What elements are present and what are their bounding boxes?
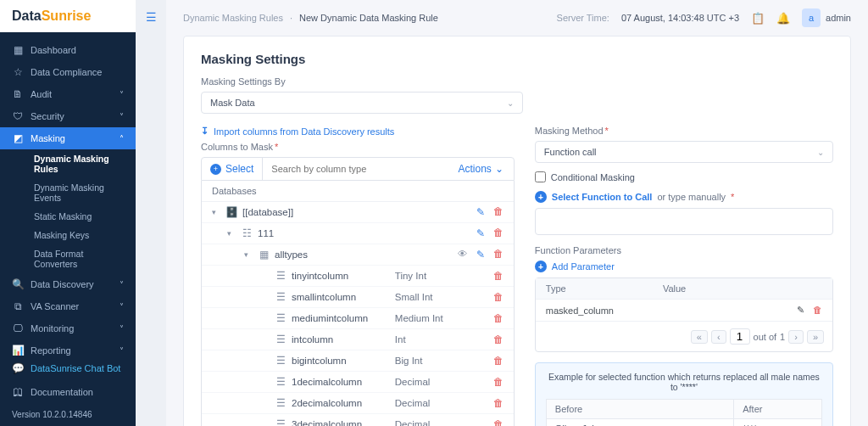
doc-icon: 🕮 [12, 386, 24, 398]
sidebar-toggle[interactable]: ☰ [136, 0, 166, 426]
sidebar-subitem-data-format-converters[interactable]: Data Format Converters [25, 244, 136, 273]
delete-icon[interactable]: 🗑 [493, 419, 504, 426]
plus-icon: + [210, 164, 221, 175]
databases-panel: Databases ▾🗄️[[database]]✎🗑▾☷111✎🗑▾▦allt… [201, 181, 515, 426]
delete-icon[interactable]: 🗑 [493, 398, 504, 408]
tree-type: Decimal [395, 377, 488, 387]
tree-row[interactable]: ☰tinyintcolumnTiny Int🗑 [202, 266, 514, 287]
admin-label: admin [826, 13, 851, 23]
bell-icon[interactable]: 🔔 [776, 12, 790, 25]
tree-row[interactable]: ☰1decimalcolumnDecimal🗑 [202, 372, 514, 393]
documentation-link[interactable]: 🕮 Documentation [0, 381, 136, 403]
add-parameter-link[interactable]: Add Parameter [552, 261, 615, 272]
settings-by-select[interactable]: Mask Data ⌄ [201, 92, 523, 114]
tree-row[interactable]: ▾☷111✎🗑 [202, 223, 514, 244]
tree-icon: ☰ [275, 270, 287, 282]
nav-icon: 🔍 [12, 278, 24, 290]
main: Dynamic Masking Rules · New Dynamic Data… [166, 0, 868, 426]
sidebar-subitem-static-masking[interactable]: Static Masking [25, 207, 136, 226]
actions-dropdown[interactable]: Actions ⌄ [448, 158, 513, 180]
delete-icon[interactable]: 🗑 [493, 334, 504, 345]
edit-icon[interactable]: ✎ [476, 249, 485, 261]
clipboard-icon[interactable]: 📋 [751, 12, 765, 25]
logo-text-2: Sunrise [42, 8, 92, 23]
example-after-header: After [734, 400, 822, 419]
tree-name: 2decimalcolumn [292, 398, 390, 408]
sidebar-subitem-dynamic-masking-rules[interactable]: Dynamic Masking Rules [25, 149, 136, 178]
caret-icon[interactable]: ▾ [227, 229, 236, 238]
delete-icon[interactable]: 🗑 [493, 292, 504, 302]
nav-icon: ◩ [12, 132, 24, 144]
delete-icon[interactable]: 🗑 [493, 249, 504, 261]
eye-icon[interactable]: 👁 [458, 249, 468, 261]
sidebar-item-reporting[interactable]: 📊Reporting˅ [0, 339, 136, 356]
caret-icon[interactable]: ▾ [244, 250, 253, 259]
sidebar-item-masking[interactable]: ◩Masking˄ [0, 127, 136, 149]
tree-row[interactable]: ☰smallintcolumnSmall Int🗑 [202, 287, 514, 308]
tree-name: [[database]] [242, 207, 373, 217]
function-input[interactable] [535, 208, 833, 235]
sidebar-item-dashboard[interactable]: ▦Dashboard [0, 39, 136, 61]
delete-icon[interactable]: 🗑 [493, 227, 504, 239]
sidebar-item-audit[interactable]: 🗎Audit˅ [0, 83, 136, 105]
edit-icon[interactable]: ✎ [797, 305, 804, 316]
select-function-rest: or type manually [657, 192, 726, 202]
tree-row[interactable]: ▾▦alltypes👁✎🗑 [202, 244, 514, 266]
tree-row[interactable]: ☰3decimalcolumnDecimal🗑 [202, 414, 514, 426]
admin-badge: a [802, 8, 821, 27]
import-columns-link[interactable]: Import columns from Data Discovery resul… [201, 126, 515, 137]
conditional-masking-checkbox[interactable] [535, 171, 546, 182]
edit-icon[interactable]: ✎ [476, 227, 485, 239]
delete-icon[interactable]: 🗑 [493, 356, 504, 366]
delete-icon[interactable]: 🗑 [493, 271, 504, 281]
chevron-down-icon: ⌄ [817, 148, 824, 157]
sidebar-subitem-masking-keys[interactable]: Masking Keys [25, 226, 136, 244]
chatbot-link[interactable]: 💬 DataSunrise Chat Bot [0, 356, 136, 381]
tree-type: Tiny Int [395, 271, 488, 281]
tree-name: mediumintcolumn [292, 313, 390, 323]
masking-method-select[interactable]: Function call ⌄ [535, 141, 833, 163]
version-label: Version 10.2.0.14846 [0, 403, 136, 426]
edit-icon[interactable]: ✎ [476, 206, 485, 218]
nav-label: Masking [31, 133, 65, 143]
sidebar-subitem-dynamic-masking-events[interactable]: Dynamic Masking Events [25, 178, 136, 207]
pager-out-of: out of [754, 332, 777, 342]
sidebar-item-monitoring[interactable]: 🖵Monitoring˅ [0, 317, 136, 339]
pager-next[interactable]: › [788, 330, 804, 344]
pager-first[interactable]: « [691, 330, 708, 344]
sidebar-item-data-compliance[interactable]: ☆Data Compliance [0, 61, 136, 83]
search-input[interactable] [263, 159, 448, 179]
nav-icon: 🛡 [12, 110, 24, 122]
tree-row[interactable]: ☰2decimalcolumnDecimal🗑 [202, 393, 514, 414]
pager-prev[interactable]: ‹ [711, 330, 726, 344]
select-button[interactable]: + Select [202, 158, 263, 180]
caret-icon[interactable]: ▾ [212, 208, 220, 216]
plus-icon[interactable]: + [535, 261, 547, 272]
breadcrumb-parent[interactable]: Dynamic Masking Rules [183, 13, 283, 23]
sidebar-item-va-scanner[interactable]: ⧉VA Scanner˅ [0, 295, 136, 317]
tree-row[interactable]: ☰mediumintcolumnMedium Int🗑 [202, 308, 514, 329]
sidebar: DataSunrise ▦Dashboard☆Data Compliance🗎A… [0, 0, 136, 426]
logo[interactable]: DataSunrise [0, 0, 136, 32]
topbar: Dynamic Masking Rules · New Dynamic Data… [166, 0, 868, 36]
delete-icon[interactable]: 🗑 [813, 305, 822, 316]
tree-row[interactable]: ☰bigintcolumnBig Int🗑 [202, 350, 514, 372]
sidebar-item-data-discovery[interactable]: 🔍Data Discovery˅ [0, 273, 136, 295]
sidebar-item-security[interactable]: 🛡Security˅ [0, 105, 136, 127]
nav-icon: ▦ [12, 44, 24, 56]
chevron-icon: ˅ [120, 324, 124, 334]
delete-icon[interactable]: 🗑 [493, 377, 504, 387]
chevron-icon: ˅ [120, 280, 124, 289]
admin-menu[interactable]: a admin [802, 8, 851, 27]
tree-name: 3decimalcolumn [292, 419, 390, 426]
tree-name: smallintcolumn [292, 292, 390, 302]
pager-current[interactable] [730, 328, 750, 345]
delete-icon[interactable]: 🗑 [493, 313, 504, 323]
plus-icon[interactable]: + [535, 191, 547, 203]
pager-last[interactable]: » [807, 330, 824, 344]
nav-label: Reporting [31, 345, 71, 356]
param-row: masked_column ✎ 🗑 [536, 299, 832, 321]
tree-row[interactable]: ▾🗄️[[database]]✎🗑 [202, 202, 514, 223]
tree-row[interactable]: ☰intcolumnInt🗑 [202, 329, 514, 350]
delete-icon[interactable]: 🗑 [493, 206, 504, 218]
